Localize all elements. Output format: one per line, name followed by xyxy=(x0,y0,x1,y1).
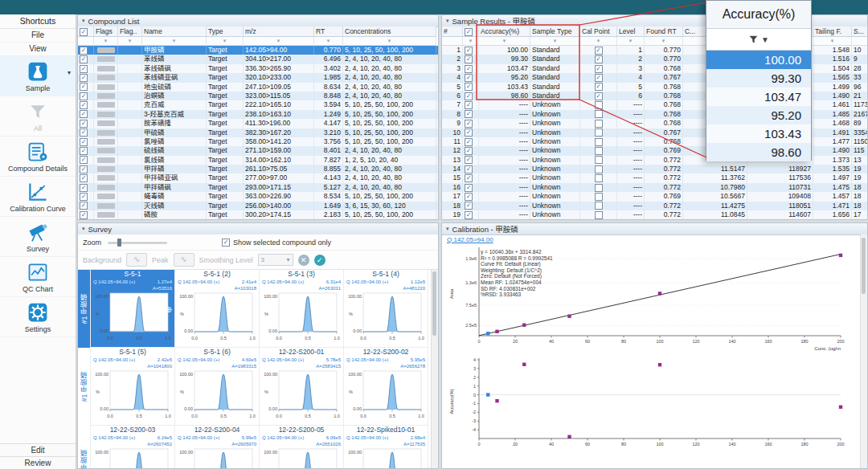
checkbox[interactable]: ✓ xyxy=(80,55,88,63)
compound-row[interactable]: ✓胺苯磺隆Target411.30>196.004.1475, 10, 25, … xyxy=(78,119,438,128)
sidebar-item-calibration-curve[interactable]: Calibration Curve xyxy=(0,177,76,217)
survey-tile[interactable]: 12-22-Spiked10-01Q 142.05>94.00 (+)2.68e… xyxy=(344,426,428,468)
column-filter-icon[interactable]: ▼ xyxy=(94,37,118,46)
checkbox[interactable]: ✓ xyxy=(465,65,473,73)
checkbox[interactable]: ✓ xyxy=(80,174,88,182)
checkbox[interactable]: ✓ xyxy=(465,83,473,91)
checkbox[interactable]: ✓ xyxy=(465,110,473,118)
survey-tile[interactable]: 12-22-S200-01Q 142.05>94.00 (+)5.78e5A=2… xyxy=(260,348,344,426)
compound-row[interactable]: ✓蝇毒磷Target363.00>226.908.5345, 10, 25, 5… xyxy=(78,192,438,201)
checkbox[interactable] xyxy=(595,184,603,192)
menu-file[interactable]: File xyxy=(0,29,76,43)
checkbox[interactable] xyxy=(595,211,603,219)
sample-row[interactable]: 15✓----Unknown----0.77211.37621175361.49… xyxy=(442,173,867,182)
sample-row[interactable]: 14✓----Unknown----0.77211.51471189271.53… xyxy=(442,165,867,173)
checkbox[interactable]: ✓ xyxy=(222,239,230,247)
compound-row[interactable]: ✓氯线磷Target314.00>162.107.8271, 2, 5, 10,… xyxy=(78,156,438,165)
collapse-caret-icon[interactable]: ▾ xyxy=(82,226,85,232)
checkbox[interactable]: ✓ xyxy=(465,120,473,128)
survey-tile[interactable]: 12-22-S200-04Q 142.05>94.00 (+)5.99e5A=2… xyxy=(175,426,260,468)
checkbox[interactable]: ✓ xyxy=(80,211,88,219)
dropdown-caret-icon[interactable]: ▾ xyxy=(68,69,71,76)
column-filter-icon[interactable] xyxy=(78,37,94,46)
survey-tile[interactable]: S-5-1 (5)Q 142.05>94.00 (+)2.42e5A=10418… xyxy=(91,348,175,426)
survey-tile[interactable]: 12-22-S200-03Q 142.05>94.00 (+)6.24e5A=2… xyxy=(91,426,175,468)
checkbox[interactable]: ✓ xyxy=(465,74,473,82)
compound-col-flag[interactable]: Flag.. xyxy=(118,27,142,37)
compound-row[interactable]: ✓灭线磷Target256.00>140.001.6493, 6, 15, 30… xyxy=(78,202,438,210)
checkbox[interactable] xyxy=(595,110,603,118)
checkbox[interactable]: ✓ xyxy=(595,92,603,100)
checkbox[interactable]: ✓ xyxy=(80,28,88,36)
checkbox[interactable] xyxy=(595,120,603,128)
compound-row[interactable]: ✓甲拌磷Target261.10>75.058.8552, 4, 10, 20,… xyxy=(78,165,438,173)
compound-row[interactable]: ✓甲硫磷Target382.30>167.203.2105, 10, 25, 5… xyxy=(78,128,438,137)
column-filter-icon[interactable]: ▼ xyxy=(617,37,645,46)
column-filter-icon[interactable]: ▼ xyxy=(580,37,617,46)
column-filter-icon[interactable]: ▼ xyxy=(530,37,580,46)
checkbox[interactable] xyxy=(595,128,603,137)
checkbox[interactable]: ✓ xyxy=(465,202,473,210)
checkbox[interactable]: ✓ xyxy=(465,165,473,173)
compound-col-check[interactable]: ✓ xyxy=(78,27,94,37)
show-selected-compound-checkbox[interactable]: ✓ Show selected compound only xyxy=(222,239,331,247)
sample-row[interactable]: 16✓----Unknown----0.77210.79801107311.47… xyxy=(442,183,867,192)
zoom-slider-thumb[interactable] xyxy=(117,239,121,247)
sidebar-item-sample[interactable]: ▾Sample xyxy=(0,56,76,96)
compound-row[interactable]: ✓硫线磷Target271.10>159.008.4012, 4, 10, 20… xyxy=(78,146,438,155)
survey-scrollbar-thumb[interactable] xyxy=(432,271,436,336)
compound-row[interactable]: ✓氯唑磷Target358.00>141.203.7565, 10, 25, 5… xyxy=(78,137,438,146)
checkbox[interactable]: ✓ xyxy=(80,128,88,137)
sample-col-tailing-f[interactable]: Tailing F. xyxy=(813,27,852,37)
column-filter-icon[interactable]: ▼ xyxy=(645,37,683,46)
footer-item-edit[interactable]: Edit xyxy=(0,443,76,456)
compound-col-rt[interactable]: RT xyxy=(314,27,343,37)
column-filter-icon[interactable]: ▼ xyxy=(207,37,244,46)
compound-col-type[interactable]: Type xyxy=(207,27,244,37)
checkbox[interactable]: ✓ xyxy=(80,184,88,192)
checkbox[interactable] xyxy=(595,147,603,155)
checkbox[interactable]: ✓ xyxy=(80,47,88,55)
compound-row[interactable]: ✓治螟磷Target323.00>115.058.8482, 4, 10, 20… xyxy=(78,92,438,100)
footer-item-review[interactable]: Review xyxy=(0,456,76,469)
sample-col-[interactable]: # xyxy=(442,27,463,37)
calibration-channel-link[interactable]: Q 142.05>94.00 xyxy=(447,236,493,243)
compound-col-flags[interactable]: Flags xyxy=(94,27,118,37)
sample-row[interactable]: 18✓----Unknown----0.77211.42751180511.47… xyxy=(442,202,867,210)
column-filter-icon[interactable]: ▼ xyxy=(852,37,867,46)
checkbox[interactable]: ✓ xyxy=(465,193,473,201)
checkbox[interactable]: ✓ xyxy=(595,55,603,63)
collapse-caret-icon[interactable]: ▾ xyxy=(82,18,85,24)
checkbox[interactable]: ✓ xyxy=(80,138,88,146)
collapse-caret-icon[interactable]: ▾ xyxy=(446,18,449,24)
sample-col-level[interactable]: Level xyxy=(617,27,645,37)
checkbox[interactable]: ✓ xyxy=(80,110,88,118)
checkbox[interactable]: ✓ xyxy=(465,101,473,109)
sample-row[interactable]: 17✓----Unknown----0.76910.56671094081.45… xyxy=(442,192,867,201)
checkbox[interactable] xyxy=(595,156,603,164)
sample-col-accuracy[interactable]: Accuracy(%) xyxy=(479,27,530,37)
survey-tile[interactable]: S-5-1Q 142.05>94.00 (+)1.27e4A=53516100.… xyxy=(91,270,175,348)
checkbox[interactable]: ✓ xyxy=(465,156,473,164)
checkbox[interactable]: ✓ xyxy=(465,147,473,155)
checkbox[interactable] xyxy=(595,174,603,182)
checkbox[interactable]: ✓ xyxy=(80,120,88,128)
survey-tile[interactable]: S-5-1 (6)Q 142.05>94.00 (+)4.60e5A=19833… xyxy=(175,348,260,426)
checkbox[interactable]: ✓ xyxy=(80,193,88,201)
checkbox[interactable]: ✓ xyxy=(465,211,473,219)
checkbox[interactable]: ✓ xyxy=(465,184,473,192)
compound-row[interactable]: ✓苯线磷亚砜Target320.10>233.001.9852, 4, 10, … xyxy=(78,73,438,82)
compound-row[interactable]: ✓磷胺Target300.20>174.152.1835, 10, 25, 50… xyxy=(78,210,438,219)
checkbox[interactable]: ✓ xyxy=(80,147,88,155)
compound-row[interactable]: ✓甲拌磷砜Target293.00>171.155.1272, 4, 10, 2… xyxy=(78,183,438,192)
sample-row[interactable]: 19✓----Unknown----0.77211.08451146071.65… xyxy=(442,210,867,219)
sidebar-item-survey[interactable]: Survey xyxy=(0,217,76,257)
sidebar-item-settings[interactable]: Settings xyxy=(0,297,76,337)
sidebar-item-compound-details[interactable]: Compound Details xyxy=(0,137,76,177)
compound-row[interactable]: ✓苯线磷砜Target336.30>265.903.4022, 4, 10, 2… xyxy=(78,64,438,73)
survey-tile[interactable]: 12-22-S200-05Q 142.05>94.00 (+)6.06e5A=2… xyxy=(260,426,344,468)
survey-tile[interactable]: S-5-1 (3)Q 142.05>94.00 (+)6.31e4A=26303… xyxy=(260,270,344,348)
background-tool-button[interactable]: ∿ xyxy=(126,253,147,267)
compound-col-m-z[interactable]: m/z xyxy=(244,27,314,37)
menu-view[interactable]: View xyxy=(0,43,76,56)
